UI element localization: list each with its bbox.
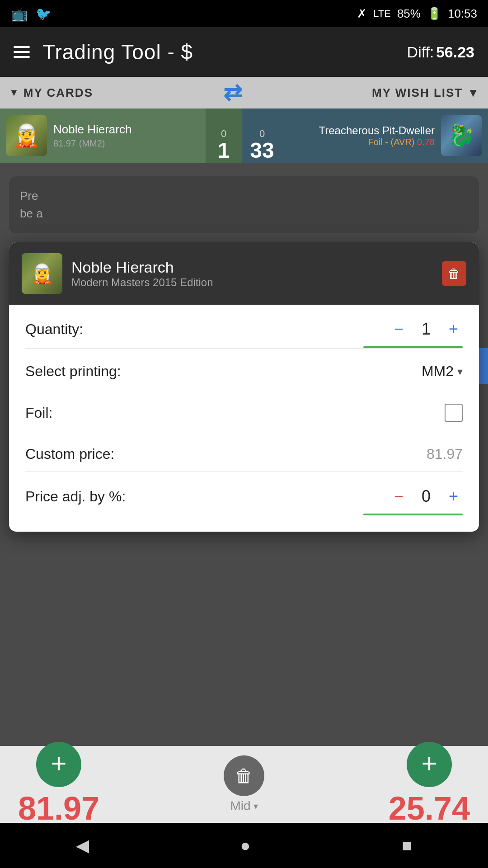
- right-card-info: Treacherous Pit-Dweller Foil - (AVR) 0.7…: [319, 124, 435, 147]
- left-card-price: 81.97 (MM2): [53, 137, 131, 149]
- left-card-info: Noble Hierarch 81.97 (MM2): [53, 123, 131, 149]
- card-compare-row: Noble Hierarch 81.97 (MM2) 0 1 0 33 Trea…: [0, 108, 488, 163]
- price-adj-control: − 0 +: [389, 486, 463, 506]
- price-adj-underline: [363, 514, 463, 515]
- printing-label: Select printing:: [25, 363, 121, 380]
- right-card-image: [441, 115, 482, 156]
- nav-back-button[interactable]: ◀: [62, 831, 103, 860]
- lte-icon: LTE: [373, 8, 391, 19]
- chevron-down-icon: ▼: [9, 87, 19, 99]
- qty-top-right: 0: [259, 129, 265, 139]
- twitch-icon: 📺: [11, 6, 28, 22]
- right-card-foil: Foil - (AVR) 0.78: [368, 137, 435, 147]
- right-card-name: Treacherous Pit-Dweller: [319, 124, 435, 137]
- quantity-control: − 1 +: [389, 319, 463, 339]
- printing-select[interactable]: MM2 ▾: [422, 363, 463, 380]
- my-cards-label: MY CARDS: [23, 86, 93, 100]
- bottom-mid-label: Mid ▾: [230, 799, 258, 813]
- price-adj-label: Price adj. by %:: [25, 488, 126, 505]
- swap-icon[interactable]: ⇄: [223, 80, 242, 106]
- bottom-delete-icon: 🗑: [235, 766, 253, 786]
- custom-price-label: Custom price:: [25, 446, 114, 462]
- custom-price-row: Custom price: 81.97: [25, 431, 463, 472]
- price-adj-value: 0: [417, 487, 435, 506]
- my-wish-list-label: MY WISH LIST: [372, 86, 463, 100]
- modal-header-left: 🧝 Noble Hierarch Modern Masters 2015 Edi…: [22, 253, 213, 294]
- bottom-price-left: 81.97: [18, 790, 99, 827]
- modal-card-name: Noble Hierarch: [71, 259, 213, 276]
- quantity-label: Quantity:: [25, 321, 83, 338]
- quantity-minus-button[interactable]: −: [389, 319, 408, 339]
- printing-value: MM2: [422, 363, 454, 380]
- quantity-value: 1: [417, 320, 435, 339]
- menu-button[interactable]: [14, 46, 30, 58]
- foil-checkbox[interactable]: [445, 404, 463, 422]
- qty-divider-left: 0 1: [206, 108, 242, 163]
- right-card[interactable]: Treacherous Pit-Dweller Foil - (AVR) 0.7…: [282, 108, 488, 163]
- price-adj-minus-button[interactable]: −: [389, 486, 408, 506]
- modal-card-image: 🧝: [22, 253, 62, 294]
- my-cards-button[interactable]: ▼ MY CARDS: [9, 86, 93, 100]
- clock: 10:53: [448, 7, 477, 21]
- bottom-bar: + 81.97 🗑 Mid ▾ + 25.74: [0, 746, 488, 823]
- my-wish-list-button[interactable]: MY WISH LIST ▼: [372, 86, 479, 100]
- add-right-button[interactable]: +: [407, 742, 452, 787]
- add-left-icon: +: [51, 750, 67, 777]
- modal-card-set: Modern Masters 2015 Edition: [71, 276, 213, 289]
- android-nav: ◀ ● ■: [0, 823, 488, 868]
- wish-list-chevron: ▼: [467, 86, 479, 100]
- nav-home-button[interactable]: ●: [227, 831, 264, 860]
- bottom-left: + 81.97: [18, 742, 99, 827]
- qty-top-left: 0: [221, 125, 226, 139]
- quantity-underline: [363, 346, 463, 348]
- price-adj-row: Price adj. by %: − 0 +: [25, 472, 463, 515]
- nav-recent-button[interactable]: ■: [389, 831, 426, 860]
- left-card-image: [6, 115, 47, 156]
- qty-divider-right: 0 33: [242, 108, 282, 163]
- qty-main-right: 33: [250, 139, 274, 163]
- bottom-right: + 25.74: [389, 742, 470, 827]
- foil-label: Foil:: [25, 405, 52, 421]
- add-right-icon: +: [421, 750, 437, 777]
- bottom-center: 🗑 Mid ▾: [224, 755, 264, 813]
- background-card: Pre be a: [9, 176, 479, 233]
- diff-value: 56.23: [436, 43, 474, 61]
- bottom-price-right: 25.74: [389, 790, 470, 827]
- twitter-icon: 🐦: [36, 6, 52, 21]
- add-left-button[interactable]: +: [36, 742, 81, 787]
- bottom-delete-button[interactable]: 🗑: [224, 755, 264, 796]
- modal-delete-icon: 🗑: [448, 266, 460, 281]
- modal-body: Quantity: − 1 + Select printing: MM2 ▾ F…: [9, 305, 479, 532]
- foil-row: Foil:: [25, 389, 463, 431]
- diff-label: Diff:: [407, 43, 434, 61]
- card-edit-modal: 🧝 Noble Hierarch Modern Masters 2015 Edi…: [9, 242, 479, 532]
- main-content: Pre be a 🧝 Noble Hierarch Modern Masters…: [0, 163, 488, 570]
- printing-row: Select printing: MM2 ▾: [25, 349, 463, 389]
- qty-main-left: 1: [218, 139, 230, 163]
- left-card-name: Noble Hierarch: [53, 123, 131, 137]
- status-bar-left: 📺 🐦: [11, 6, 52, 22]
- battery-icon: 🔋: [427, 7, 441, 21]
- mid-chevron-icon[interactable]: ▾: [253, 801, 258, 811]
- trade-bar: ▼ MY CARDS ⇄ MY WISH LIST ▼: [0, 77, 488, 108]
- bg-text: Pre be a: [20, 187, 468, 222]
- modal-header: 🧝 Noble Hierarch Modern Masters 2015 Edi…: [9, 242, 479, 305]
- header-left: Trading Tool - $: [14, 40, 193, 64]
- diff-display: Diff: 56.23: [407, 43, 474, 61]
- modal-card-info: Noble Hierarch Modern Masters 2015 Editi…: [71, 259, 213, 289]
- price-adj-plus-button[interactable]: +: [444, 486, 463, 506]
- left-card[interactable]: Noble Hierarch 81.97 (MM2): [0, 108, 206, 163]
- bluetooth-icon: ✗: [357, 7, 367, 21]
- custom-price-value[interactable]: 81.97: [427, 446, 463, 462]
- app-title: Trading Tool - $: [42, 40, 193, 64]
- app-header: Trading Tool - $ Diff: 56.23: [0, 27, 488, 77]
- modal-delete-button[interactable]: 🗑: [442, 261, 466, 286]
- quantity-row: Quantity: − 1 +: [25, 305, 463, 349]
- status-bar-right: ✗ LTE 85% 🔋 10:53: [357, 7, 477, 21]
- printing-chevron-icon: ▾: [457, 365, 463, 378]
- quantity-plus-button[interactable]: +: [444, 319, 463, 339]
- battery-label: 85%: [397, 7, 421, 21]
- status-bar: 📺 🐦 ✗ LTE 85% 🔋 10:53: [0, 0, 488, 27]
